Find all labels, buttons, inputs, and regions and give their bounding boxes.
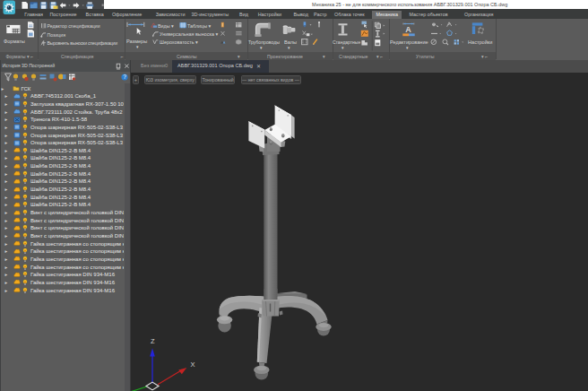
svg-text:A: A: [405, 25, 411, 34]
svg-text:Z: Z: [151, 337, 155, 345]
svg-text:X: X: [191, 361, 195, 369]
